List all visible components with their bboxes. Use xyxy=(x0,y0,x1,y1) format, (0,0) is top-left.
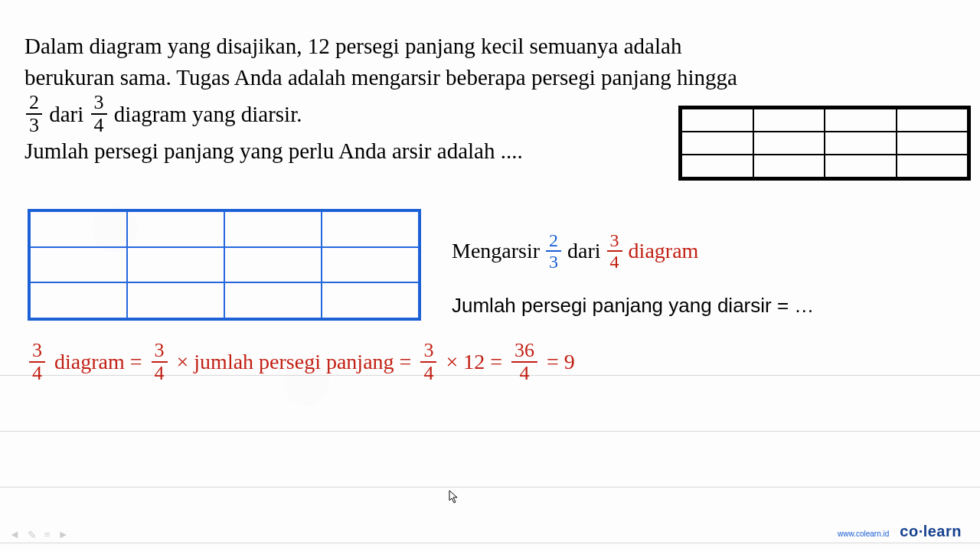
dari-label: dari xyxy=(567,239,601,263)
presentation-nav: ◄ ✎ ≡ ► xyxy=(9,529,69,542)
problem-dari: dari xyxy=(44,102,90,127)
fraction-3-4-red: 3 4 xyxy=(607,231,622,271)
sol-text3: × 12 = xyxy=(446,350,502,374)
solution-row2: Jumlah persegi panjang yang diarsir = … xyxy=(452,294,814,318)
fraction-3-4-b2: 3 4 xyxy=(152,341,168,383)
mengarsir-label: Mengarsir xyxy=(452,239,540,263)
cursor-icon xyxy=(449,490,459,507)
fraction-2-3: 2 3 xyxy=(26,93,42,135)
diagram-label: diagram xyxy=(629,239,699,263)
problem-line2: berukuran sama. Tugas Anda adalah mengar… xyxy=(24,62,956,93)
fraction-2-3-blue: 2 3 xyxy=(546,231,561,271)
problem-line4: Jumlah persegi panjang yang perlu Anda a… xyxy=(24,135,956,167)
fraction-36-4: 36 4 xyxy=(511,341,537,383)
sol-text2: × jumlah persegi panjang = xyxy=(177,350,412,374)
fraction-3-4-b1: 3 4 xyxy=(29,341,45,383)
footer: www.colearn.id co·learn xyxy=(838,523,962,540)
problem-line1: Dalam diagram yang disajikan, 12 persegi… xyxy=(24,31,956,62)
nav-menu-icon[interactable]: ≡ xyxy=(44,529,51,542)
blue-grid-3x4 xyxy=(28,209,421,321)
solution-bottom: 3 4 diagram = 3 4 × jumlah persegi panja… xyxy=(28,341,575,383)
footer-logo: co·learn xyxy=(900,523,962,540)
sol-text4: = 9 xyxy=(547,350,575,374)
sol-text1: diagram = xyxy=(54,350,142,374)
nav-prev-icon[interactable]: ◄ xyxy=(9,529,20,542)
nav-pen-icon[interactable]: ✎ xyxy=(28,529,37,542)
nav-next-icon[interactable]: ► xyxy=(58,529,69,542)
problem-line3-tail: diagram yang diarsir. xyxy=(109,102,302,127)
problem-line3: 2 3 dari 3 4 diagram yang diarsir. xyxy=(24,93,956,135)
fraction-3-4: 3 4 xyxy=(91,93,107,135)
footer-url: www.colearn.id xyxy=(838,530,889,538)
fraction-3-4-b3: 3 4 xyxy=(420,341,436,383)
solution-right: Mengarsir 2 3 dari 3 4 diagram Jumlah pe… xyxy=(452,231,814,318)
